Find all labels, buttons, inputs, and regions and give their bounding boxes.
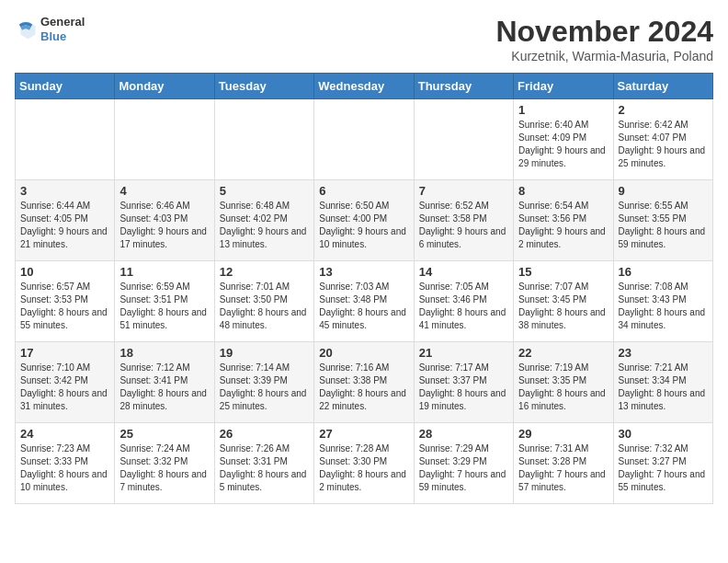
day-number: 3: [20, 184, 109, 198]
calendar-cell: [16, 99, 115, 180]
day-info: Sunrise: 6:48 AM Sunset: 4:02 PM Dayligh…: [220, 200, 309, 251]
day-info: Sunrise: 7:23 AM Sunset: 3:33 PM Dayligh…: [20, 442, 109, 494]
day-info: Sunrise: 7:03 AM Sunset: 3:48 PM Dayligh…: [319, 281, 408, 332]
day-number: 20: [319, 346, 408, 360]
calendar-cell: 10Sunrise: 6:57 AM Sunset: 3:53 PM Dayli…: [16, 261, 115, 342]
calendar-week-row: 10Sunrise: 6:57 AM Sunset: 3:53 PM Dayli…: [16, 261, 713, 342]
calendar-cell: 21Sunrise: 7:17 AM Sunset: 3:37 PM Dayli…: [414, 342, 513, 423]
day-number: 10: [20, 265, 109, 279]
day-info: Sunrise: 7:21 AM Sunset: 3:34 PM Dayligh…: [619, 362, 708, 413]
calendar-cell: [115, 99, 214, 180]
calendar-cell: 2Sunrise: 6:42 AM Sunset: 4:07 PM Daylig…: [613, 99, 712, 180]
day-number: 30: [619, 427, 708, 441]
day-number: 4: [119, 184, 209, 198]
day-info: Sunrise: 6:44 AM Sunset: 4:05 PM Dayligh…: [20, 200, 109, 251]
calendar-cell: 26Sunrise: 7:26 AM Sunset: 3:31 PM Dayli…: [214, 423, 313, 504]
calendar-cell: 24Sunrise: 7:23 AM Sunset: 3:33 PM Dayli…: [16, 423, 115, 504]
day-info: Sunrise: 6:40 AM Sunset: 4:09 PM Dayligh…: [518, 119, 608, 170]
day-info: Sunrise: 7:07 AM Sunset: 3:45 PM Dayligh…: [518, 281, 608, 332]
day-number: 26: [220, 427, 309, 441]
day-number: 21: [419, 346, 508, 360]
day-info: Sunrise: 7:16 AM Sunset: 3:38 PM Dayligh…: [319, 362, 408, 413]
calendar-table: SundayMondayTuesdayWednesdayThursdayFrid…: [15, 73, 713, 504]
weekday-header: Sunday: [16, 74, 115, 99]
day-info: Sunrise: 7:28 AM Sunset: 3:30 PM Dayligh…: [319, 442, 408, 494]
day-info: Sunrise: 6:52 AM Sunset: 3:58 PM Dayligh…: [419, 200, 508, 251]
calendar-cell: [414, 99, 513, 180]
calendar-cell: 20Sunrise: 7:16 AM Sunset: 3:38 PM Dayli…: [314, 342, 414, 423]
day-number: 8: [518, 184, 608, 198]
weekday-header: Wednesday: [314, 74, 414, 99]
calendar-cell: [314, 99, 414, 180]
weekday-header: Thursday: [414, 74, 513, 99]
day-info: Sunrise: 7:29 AM Sunset: 3:29 PM Dayligh…: [419, 442, 508, 494]
day-number: 2: [619, 103, 708, 117]
day-info: Sunrise: 7:10 AM Sunset: 3:42 PM Dayligh…: [20, 362, 109, 413]
calendar-week-row: 24Sunrise: 7:23 AM Sunset: 3:33 PM Dayli…: [16, 423, 713, 504]
day-number: 22: [518, 346, 608, 360]
weekday-header: Monday: [115, 74, 214, 99]
day-number: 11: [119, 265, 209, 279]
day-number: 1: [518, 103, 608, 117]
weekday-header: Tuesday: [214, 74, 313, 99]
day-info: Sunrise: 7:08 AM Sunset: 3:43 PM Dayligh…: [619, 281, 708, 332]
calendar-cell: 16Sunrise: 7:08 AM Sunset: 3:43 PM Dayli…: [613, 261, 712, 342]
calendar-cell: 5Sunrise: 6:48 AM Sunset: 4:02 PM Daylig…: [214, 180, 313, 261]
day-info: Sunrise: 7:24 AM Sunset: 3:32 PM Dayligh…: [119, 442, 209, 494]
calendar-cell: 12Sunrise: 7:01 AM Sunset: 3:50 PM Dayli…: [214, 261, 313, 342]
calendar-cell: 3Sunrise: 6:44 AM Sunset: 4:05 PM Daylig…: [16, 180, 115, 261]
calendar-cell: 15Sunrise: 7:07 AM Sunset: 3:45 PM Dayli…: [514, 261, 613, 342]
day-number: 28: [419, 427, 508, 441]
day-number: 6: [319, 184, 408, 198]
day-info: Sunrise: 6:59 AM Sunset: 3:51 PM Dayligh…: [119, 281, 209, 332]
day-number: 5: [220, 184, 309, 198]
day-number: 24: [20, 427, 109, 441]
day-info: Sunrise: 7:17 AM Sunset: 3:37 PM Dayligh…: [419, 362, 508, 413]
logo-text: General Blue: [40, 15, 85, 43]
logo-icon: [15, 18, 37, 40]
calendar-week-row: 3Sunrise: 6:44 AM Sunset: 4:05 PM Daylig…: [16, 180, 713, 261]
day-info: Sunrise: 6:55 AM Sunset: 3:55 PM Dayligh…: [619, 200, 708, 251]
day-info: Sunrise: 7:01 AM Sunset: 3:50 PM Dayligh…: [220, 281, 309, 332]
day-info: Sunrise: 7:26 AM Sunset: 3:31 PM Dayligh…: [220, 442, 309, 494]
logo-line2: Blue: [40, 29, 85, 44]
calendar-week-row: 17Sunrise: 7:10 AM Sunset: 3:42 PM Dayli…: [16, 342, 713, 423]
calendar-cell: 4Sunrise: 6:46 AM Sunset: 4:03 PM Daylig…: [115, 180, 214, 261]
day-info: Sunrise: 7:32 AM Sunset: 3:27 PM Dayligh…: [619, 442, 708, 494]
calendar-cell: 1Sunrise: 6:40 AM Sunset: 4:09 PM Daylig…: [514, 99, 613, 180]
month-title: November 2024: [495, 15, 713, 49]
logo-line1: General: [40, 15, 85, 29]
calendar-cell: 6Sunrise: 6:50 AM Sunset: 4:00 PM Daylig…: [314, 180, 414, 261]
calendar-cell: 28Sunrise: 7:29 AM Sunset: 3:29 PM Dayli…: [414, 423, 513, 504]
calendar-cell: 22Sunrise: 7:19 AM Sunset: 3:35 PM Dayli…: [514, 342, 613, 423]
day-number: 25: [119, 427, 209, 441]
day-info: Sunrise: 6:54 AM Sunset: 3:56 PM Dayligh…: [518, 200, 608, 251]
calendar-cell: 7Sunrise: 6:52 AM Sunset: 3:58 PM Daylig…: [414, 180, 513, 261]
calendar-cell: 23Sunrise: 7:21 AM Sunset: 3:34 PM Dayli…: [613, 342, 712, 423]
day-number: 15: [518, 265, 608, 279]
calendar-cell: 29Sunrise: 7:31 AM Sunset: 3:28 PM Dayli…: [514, 423, 613, 504]
day-number: 9: [619, 184, 708, 198]
calendar-cell: 30Sunrise: 7:32 AM Sunset: 3:27 PM Dayli…: [613, 423, 712, 504]
calendar-cell: 13Sunrise: 7:03 AM Sunset: 3:48 PM Dayli…: [314, 261, 414, 342]
day-number: 14: [419, 265, 508, 279]
weekday-header: Saturday: [613, 74, 712, 99]
day-number: 29: [518, 427, 608, 441]
calendar-cell: 19Sunrise: 7:14 AM Sunset: 3:39 PM Dayli…: [214, 342, 313, 423]
day-info: Sunrise: 6:57 AM Sunset: 3:53 PM Dayligh…: [20, 281, 109, 332]
day-number: 19: [220, 346, 309, 360]
day-info: Sunrise: 7:14 AM Sunset: 3:39 PM Dayligh…: [220, 362, 309, 413]
day-info: Sunrise: 7:19 AM Sunset: 3:35 PM Dayligh…: [518, 362, 608, 413]
day-info: Sunrise: 6:46 AM Sunset: 4:03 PM Dayligh…: [119, 200, 209, 251]
logo: General Blue: [15, 15, 85, 43]
day-number: 27: [319, 427, 408, 441]
calendar-week-row: 1Sunrise: 6:40 AM Sunset: 4:09 PM Daylig…: [16, 99, 713, 180]
day-info: Sunrise: 7:05 AM Sunset: 3:46 PM Dayligh…: [419, 281, 508, 332]
calendar-cell: 18Sunrise: 7:12 AM Sunset: 3:41 PM Dayli…: [115, 342, 214, 423]
weekday-header: Friday: [514, 74, 613, 99]
day-number: 12: [220, 265, 309, 279]
calendar-cell: 11Sunrise: 6:59 AM Sunset: 3:51 PM Dayli…: [115, 261, 214, 342]
title-section: November 2024 Kurzetnik, Warmia-Masuria,…: [495, 15, 713, 63]
calendar-cell: 9Sunrise: 6:55 AM Sunset: 3:55 PM Daylig…: [613, 180, 712, 261]
day-info: Sunrise: 6:42 AM Sunset: 4:07 PM Dayligh…: [619, 119, 708, 170]
